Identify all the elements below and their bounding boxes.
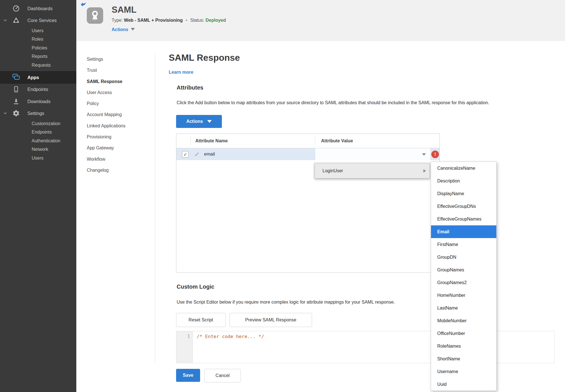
ribbon-award-icon	[90, 10, 100, 21]
sidebar-item-policies[interactable]: Policies	[0, 44, 76, 52]
tab-changelog[interactable]: Changelog	[87, 165, 152, 176]
caret-down-icon	[131, 28, 135, 31]
submenu-item[interactable]: ShortName	[431, 352, 496, 365]
tab-saml-response[interactable]: SAML Response	[87, 76, 152, 87]
sidebar-item-downloads[interactable]: Downloads	[0, 95, 76, 107]
script-editor[interactable]: 1 /* Enter code here... */	[176, 331, 555, 363]
back-arrow-icon[interactable]	[80, 1, 87, 8]
type-value: Web - SAML + Provisioning	[124, 18, 183, 23]
select-caret-icon	[422, 153, 426, 156]
line-number: 1	[187, 334, 190, 339]
sidebar-item-roles[interactable]: Roles	[0, 35, 76, 43]
cancel-button[interactable]: Cancel	[204, 369, 241, 382]
caret-down-icon	[207, 120, 212, 123]
loginuser-menu-item[interactable]: LoginUser	[315, 163, 430, 178]
download-icon	[12, 98, 20, 105]
section-title: SAML Response	[169, 53, 240, 63]
core-services-icon	[12, 17, 20, 24]
submenu-item[interactable]: GroupNames2	[431, 276, 496, 289]
app-logo	[87, 7, 103, 24]
error-icon: !	[431, 151, 439, 158]
submenu-arrow-icon	[423, 169, 426, 173]
status-badge: Deployed	[205, 18, 226, 23]
submenu-item[interactable]: HomeNumber	[431, 289, 496, 302]
sidebar-item-reports[interactable]: Reports	[0, 52, 76, 61]
attributes-table: Attribute Name Attribute Value ✓ email !	[176, 134, 440, 273]
sidebar-item-requests[interactable]: Requests	[0, 61, 76, 69]
nav-divider	[155, 54, 155, 363]
submenu-item[interactable]: MobileNumber	[431, 314, 496, 327]
reset-script-button[interactable]: Reset Script	[176, 313, 226, 327]
submenu-item[interactable]: EffectiveGroupNames	[431, 213, 496, 225]
dashboard-gauge-icon	[12, 5, 20, 12]
submenu-item-selected[interactable]: Email	[431, 225, 496, 238]
editor-code: /* Enter code here... */	[197, 334, 264, 339]
attributes-actions-button[interactable]: Actions	[176, 115, 222, 128]
tab-policy[interactable]: Policy	[87, 98, 152, 109]
custom-logic-description: Use the Script Editor below if you requi…	[177, 300, 395, 305]
chevron-down-icon	[3, 18, 8, 23]
sidebar-item-settings-users[interactable]: Users	[0, 154, 76, 162]
edit-pencil-icon[interactable]	[194, 152, 200, 157]
gear-icon	[12, 110, 20, 117]
table-row[interactable]: ✓ email !	[176, 148, 440, 160]
attribute-name-cell: email	[204, 148, 215, 160]
tab-workflow[interactable]: Workflow	[87, 154, 152, 165]
sidebar-item-network[interactable]: Network	[0, 145, 76, 154]
app-header: SAML Type: Web - SAML + Provisioning • S…	[76, 0, 565, 41]
tab-settings[interactable]: Settings	[87, 54, 152, 65]
row-checkbox[interactable]: ✓	[182, 151, 189, 158]
tab-account-mapping[interactable]: Account Mapping	[87, 109, 152, 120]
sidebar-item-label: Endpoints	[0, 87, 48, 92]
sidebar-item-core-services[interactable]: Core Services	[0, 14, 76, 26]
submenu-item[interactable]: RoleNames	[431, 340, 496, 352]
submenu-item[interactable]: CanonicalizeName	[431, 162, 496, 175]
submenu-item[interactable]: Uuid	[431, 378, 496, 391]
sidebar-item-users[interactable]: Users	[0, 27, 76, 35]
save-button[interactable]: Save	[176, 369, 200, 382]
sidebar-item-authentication[interactable]: Authentication	[0, 137, 76, 145]
sidebar-item-label: Core Services	[0, 18, 57, 23]
sidebar-item-settings-endpoints[interactable]: Endpoints	[0, 128, 76, 136]
endpoint-device-icon	[12, 86, 20, 93]
app-root: Dashboards Core Services Users Roles Pol…	[0, 0, 565, 392]
column-header-attribute-name: Attribute Name	[195, 134, 228, 148]
column-header-attribute-value: Attribute Value	[321, 134, 353, 148]
submenu-item[interactable]: EffectiveGroupDNs	[431, 200, 496, 213]
editor-code-area[interactable]: /* Enter code here... */	[193, 331, 554, 363]
separator-dot: •	[184, 18, 189, 23]
sidebar-item-settings[interactable]: Settings	[0, 107, 76, 119]
header-actions-menu[interactable]: Actions	[112, 27, 135, 32]
attribute-value-submenu: CanonicalizeName Description DisplayName…	[431, 162, 497, 391]
submenu-item[interactable]: GroupNames	[431, 263, 496, 276]
submenu-item[interactable]: Username	[431, 365, 496, 378]
type-label: Type:	[112, 18, 123, 23]
attributes-heading: Attributes	[177, 84, 203, 91]
error-cell: !	[431, 148, 440, 160]
submenu-item[interactable]: LastName	[431, 302, 496, 314]
sidebar-item-dashboards[interactable]: Dashboards	[0, 3, 76, 14]
tab-linked-applications[interactable]: Linked Applications	[87, 120, 152, 131]
attribute-value-select[interactable]	[315, 148, 431, 160]
sidebar-item-apps[interactable]: Apps	[0, 71, 76, 84]
app-settings-nav: Settings Trust SAML Response User Access…	[87, 54, 152, 176]
learn-more-link[interactable]: Learn more	[169, 70, 193, 75]
submenu-item[interactable]: GroupDN	[431, 251, 496, 263]
sidebar-item-label: Downloads	[0, 99, 51, 104]
submenu-item[interactable]: Description	[431, 175, 496, 187]
tab-trust[interactable]: Trust	[87, 65, 152, 76]
submenu-item[interactable]: FirstName	[431, 238, 496, 251]
preview-saml-response-button[interactable]: Preview SAML Response	[230, 313, 312, 327]
editor-gutter: 1	[176, 331, 193, 363]
status-label: Status:	[190, 18, 204, 23]
sidebar-item-label: Dashboards	[0, 6, 53, 11]
submenu-item[interactable]: OfficeNumber	[431, 327, 496, 340]
tab-app-gateway[interactable]: App Gateway	[87, 142, 152, 153]
sidebar-item-endpoints[interactable]: Endpoints	[0, 83, 76, 95]
app-meta: Type: Web - SAML + Provisioning • Status…	[112, 18, 226, 23]
tab-provisioning[interactable]: Provisioning	[87, 131, 152, 142]
submenu-item[interactable]: DisplayName	[431, 187, 496, 200]
tab-user-access[interactable]: User Access	[87, 87, 152, 98]
custom-logic-heading: Custom Logic	[177, 284, 214, 290]
sidebar-item-customization[interactable]: Customization	[0, 119, 76, 128]
